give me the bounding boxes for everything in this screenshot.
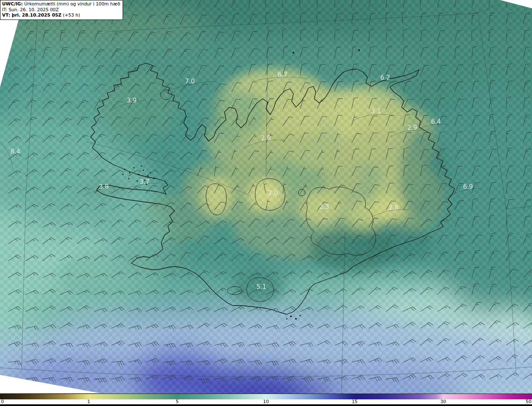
contour-label: 6.7 xyxy=(278,71,288,78)
contour-label: 8.4 xyxy=(10,148,20,155)
contour-label: 6.4 xyxy=(431,118,441,125)
weather-chart-page: 7.06.76.23.93.12.96.42.88.43.73.86.92.02… xyxy=(0,0,532,406)
contour-label: 3.7 xyxy=(140,178,150,186)
contour-label: 6.9 xyxy=(463,183,473,191)
colorbar-tick-label: 5 xyxy=(176,399,179,404)
contour-label: 6.2 xyxy=(380,74,390,81)
colorbar-gradient xyxy=(0,394,532,399)
colorbar-tick-label: 15 xyxy=(352,399,357,404)
colorbar-tick-label: 30 xyxy=(441,399,446,404)
colorbar-ticks: 01510153050 xyxy=(0,399,532,404)
contour-label: 3.8 xyxy=(99,183,109,191)
colorbar-tick-label: 1 xyxy=(87,399,90,404)
contour-label: 2.8 xyxy=(389,204,399,211)
init-time: IT: Sun. 26. 10. 2025 00Z xyxy=(2,7,120,13)
weather-map-svg: 7.06.76.23.93.12.96.42.88.43.73.86.92.02… xyxy=(0,0,532,394)
contour-label: 2.9 xyxy=(407,124,417,132)
contour-label: 2.3 xyxy=(319,203,329,210)
colorbar-bottom-strip xyxy=(0,404,532,406)
colorbar: 01510153050 xyxy=(0,394,532,406)
grid-texture xyxy=(0,0,532,394)
colorbar-tick-label: 0 xyxy=(1,399,4,404)
product-title-line: UWC/IG: Úrkomumætti (mm) og vindur i 100… xyxy=(2,1,120,7)
product-name: UWC/IG: xyxy=(2,1,23,7)
contour-label: 5.1 xyxy=(256,283,266,291)
contour-label: 7.0 xyxy=(185,78,195,85)
valid-time: VT: þri. 28.10.2025 05Z (+53 h) xyxy=(2,12,120,18)
contour-label: 2.0 xyxy=(268,189,278,197)
map-area: 7.06.76.23.93.12.96.42.88.43.73.86.92.02… xyxy=(0,0,532,394)
colorbar-tick-label: 10 xyxy=(263,399,269,404)
contour-label: 3.1 xyxy=(371,108,381,115)
contour-label: 3.9 xyxy=(127,97,137,104)
colorbar-tick-label: 50 xyxy=(526,399,532,404)
product-title: Úrkomumætti (mm) og vindur i 100m hæð xyxy=(23,1,120,7)
contour-label: 2.8 xyxy=(261,135,271,142)
product-info-box: UWC/IG: Úrkomumætti (mm) og vindur i 100… xyxy=(0,0,123,20)
